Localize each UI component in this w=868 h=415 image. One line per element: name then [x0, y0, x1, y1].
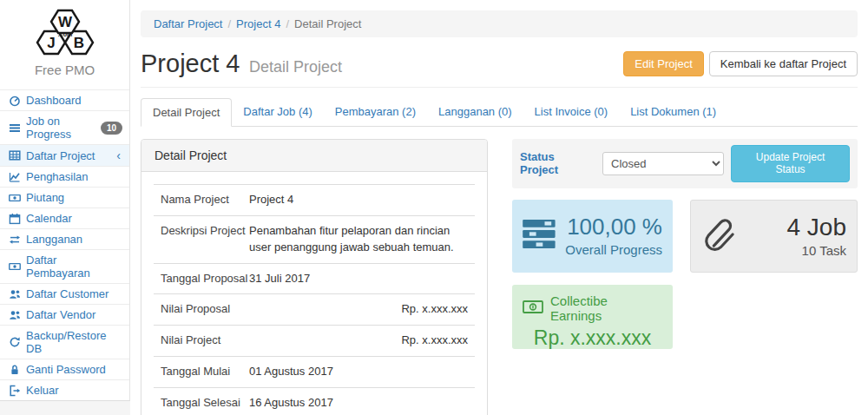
status-project-bar: Status Project Closed Update Project Sta… — [512, 139, 858, 188]
earnings-label: Collectibe Earnings — [550, 293, 662, 323]
sidebar-item-piutang[interactable]: Piutang — [0, 187, 129, 208]
dashboard-icon — [7, 95, 22, 107]
sidebar-item-label: Daftar Project — [26, 149, 116, 162]
row-label: Deskripsi Project — [161, 223, 249, 256]
list-icon — [7, 122, 22, 134]
detail-row-nilai-proposal: Nilai Proposal Rp. x.xxx.xxx — [154, 293, 475, 325]
sidebar-item-label: Backup/Restore DB — [26, 329, 122, 355]
row-value: Rp. x.xxx.xxx — [249, 333, 473, 349]
collectible-earnings-card: Collectibe Earnings Rp. x.xxx.xxx — [512, 285, 673, 349]
breadcrumb: Daftar Project/Project 4/Detail Project — [141, 10, 858, 37]
progress-value: 100,00 % — [557, 214, 662, 240]
sidebar-item-dashboard[interactable]: Dashboard — [0, 89, 129, 110]
edit-project-button[interactable]: Edit Project — [623, 51, 703, 77]
sidebar-item-keluar[interactable]: Keluar — [0, 379, 129, 400]
page-header: Project 4 Detail Project Edit Project Ke… — [141, 49, 858, 88]
detail-project-panel: Detail Project Nama Project Project 4 De… — [141, 139, 488, 415]
row-value: 31 Juli 2017 — [249, 271, 473, 287]
row-label: Tanggal Proposal — [161, 271, 249, 287]
row-label: Nama Project — [161, 192, 249, 208]
money-icon — [7, 192, 22, 204]
detail-row-deskripsi: Deskripsi Project Penambahan fitur pelap… — [154, 215, 475, 263]
detail-row-tanggal-mulai: Tanggal Mulai 01 Agustus 2017 — [154, 356, 475, 387]
brand-name: Free PMO — [5, 59, 124, 86]
main-content: Daftar Project/Project 4/Detail Project … — [130, 0, 868, 415]
row-label: Tanggal Selesai — [161, 395, 249, 412]
row-value: 01 Agustus 2017 — [249, 364, 473, 380]
sidebar-item-label: Penghasilan — [26, 170, 122, 183]
chevron-left-icon: ‹ — [116, 148, 122, 162]
row-value: Project 4 — [249, 192, 473, 208]
content-row: Detail Project Nama Project Project 4 De… — [141, 139, 858, 415]
row-value: Penambahan fitur pelaporan dan rincian u… — [249, 223, 473, 256]
panel-title: Detail Project — [141, 140, 487, 172]
breadcrumb-link-daftar-project[interactable]: Daftar Project — [154, 17, 222, 30]
logo-letter-j: J — [47, 35, 55, 51]
earnings-header: Collectibe Earnings — [523, 293, 662, 323]
logo-letter-b: B — [73, 35, 83, 51]
tab-list-dokumen[interactable]: List Dokumen (1) — [619, 98, 727, 127]
row-value: Rp. x.xxx.xxx — [249, 301, 473, 318]
sidebar-item-ganti-password[interactable]: Ganti Password — [0, 359, 129, 379]
status-project-select[interactable]: Closed — [602, 152, 724, 175]
app-window: J B W .com Free PMO Dashboard — [0, 0, 868, 415]
tab-pembayaran[interactable]: Pembayaran (2) — [324, 98, 427, 127]
logo-suffix: .com — [57, 31, 71, 37]
lock-icon — [7, 364, 22, 376]
sidebar-item-penghasilan[interactable]: Penghasilan — [0, 166, 129, 187]
jobs-card: 4 Job 10 Task — [690, 200, 858, 273]
sidebar-menu-block: J B W .com Free PMO Dashboard — [0, 0, 130, 401]
sidebar-item-backup-restore[interactable]: Backup/Restore DB — [0, 325, 129, 359]
sidebar-item-label: Job on Progress — [26, 115, 101, 141]
breadcrumb-link-project-4[interactable]: Project 4 — [236, 17, 280, 30]
breadcrumb-current: Detail Project — [294, 17, 361, 30]
tab-daftar-job[interactable]: Daftar Job (4) — [232, 98, 323, 127]
detail-row-nama-project: Nama Project Project 4 — [154, 184, 475, 215]
breadcrumb-separator: / — [222, 17, 236, 30]
users-icon — [7, 309, 22, 321]
row-label: Tanggal Mulai — [161, 364, 249, 380]
sidebar-item-label: Calendar — [26, 212, 122, 225]
sidebar-item-daftar-customer[interactable]: Daftar Customer — [0, 283, 129, 304]
logo-letter-w: W — [57, 14, 72, 30]
sidebar-item-job-on-progress[interactable]: Job on Progress 10 — [0, 110, 129, 144]
row-label: Nilai Proposal — [161, 301, 249, 318]
breadcrumb-separator: / — [280, 17, 294, 30]
users-icon — [7, 288, 22, 300]
update-project-status-button[interactable]: Update Project Status — [731, 145, 850, 182]
tab-list-invoice[interactable]: List Invoice (0) — [523, 98, 620, 127]
jwb-logo-icon: J B W .com — [20, 7, 110, 59]
sidebar-item-label: Langganan — [26, 233, 122, 246]
chart-line-icon — [7, 171, 22, 183]
detail-row-tanggal-selesai: Tanggal Selesai 16 Agustus 2017 — [154, 387, 475, 415]
stat-cards: 100,00 % Overall Progress 4 Job 10 T — [512, 200, 858, 349]
tab-langganan[interactable]: Langganan (0) — [427, 98, 523, 127]
sidebar-item-calendar[interactable]: Calendar — [0, 208, 129, 228]
sidebar-item-label: Daftar Vendor — [26, 308, 122, 321]
jobs-value: 4 Job — [738, 214, 846, 241]
sidebar-item-daftar-pembayaran[interactable]: Daftar Pembayaran — [0, 249, 129, 283]
detail-row-nilai-project: Nilai Project Rp. x.xxx.xxx — [154, 325, 475, 356]
overall-progress-card: 100,00 % Overall Progress — [512, 200, 673, 273]
money-bill-icon — [523, 300, 543, 316]
right-column: Status Project Closed Update Project Sta… — [512, 139, 858, 415]
sidebar-item-label: Keluar — [26, 384, 122, 397]
paperclip-icon — [701, 214, 738, 258]
page-title-group: Project 4 Detail Project — [141, 49, 342, 78]
progress-label: Overall Progress — [557, 242, 662, 257]
refresh-icon — [7, 336, 22, 348]
header-buttons: Edit Project Kembali ke daftar Project — [623, 51, 858, 77]
sidebar-item-label: Ganti Password — [26, 363, 122, 376]
back-to-list-button[interactable]: Kembali ke daftar Project — [709, 51, 858, 77]
tab-detail-project[interactable]: Detail Project — [141, 98, 232, 127]
calendar-icon — [7, 213, 22, 225]
sidebar-item-label: Daftar Customer — [26, 287, 122, 300]
jobs-stat: 4 Job 10 Task — [738, 214, 846, 258]
sidebar-item-daftar-project[interactable]: Daftar Project ‹ — [0, 144, 129, 166]
exchange-icon — [7, 234, 22, 246]
sidebar-item-label: Dashboard — [26, 94, 122, 107]
sidebar-item-daftar-vendor[interactable]: Daftar Vendor — [0, 304, 129, 325]
detail-row-tanggal-proposal: Tanggal Proposal 31 Juli 2017 — [154, 263, 475, 294]
sidebar-item-langganan[interactable]: Langganan — [0, 228, 129, 249]
panel-body: Nama Project Project 4 Deskripsi Project… — [141, 172, 487, 415]
